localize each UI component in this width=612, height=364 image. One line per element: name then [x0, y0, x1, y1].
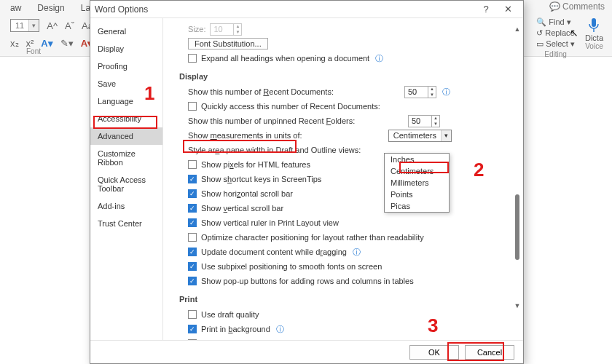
unit-option-inches[interactable]: Inches [385, 154, 449, 165]
measurement-units-combo[interactable]: Centimeters ▾ [388, 130, 452, 142]
word-options-dialog: Word Options ? ✕ General Display Proofin… [90, 0, 524, 364]
sidebar-item-language[interactable]: Language [90, 92, 162, 110]
sidebar-item-display[interactable]: Display [90, 40, 162, 58]
print-background-label: Print in background [201, 325, 270, 333]
increase-font-icon[interactable]: A^ [47, 20, 58, 31]
shortcut-keys-label: Show shortcut keys in ScreenTips [201, 175, 321, 183]
vscroll-checkbox[interactable] [188, 204, 197, 213]
cancel-button[interactable]: Cancel [465, 345, 514, 360]
close-button[interactable]: ✕ [497, 4, 519, 15]
dialog-title: Word Options [95, 4, 475, 15]
popup-buttons-checkbox[interactable] [188, 277, 197, 285]
chevron-down-icon: ▾ [441, 130, 451, 141]
dialog-footer: OK Cancel [90, 340, 523, 363]
svg-rect-0 [592, 18, 596, 27]
mouse-cursor-icon: ↖ [570, 27, 578, 39]
replace-button[interactable]: ↺ Replace [536, 28, 574, 38]
recent-folders-input[interactable]: 50 ▲▼ [408, 115, 440, 127]
expand-headings-label: Expand all headings when opening a docum… [201, 54, 369, 63]
help-button[interactable]: ? [475, 4, 497, 15]
expand-headings-checkbox[interactable] [188, 54, 197, 63]
print-reverse-checkbox[interactable] [188, 339, 197, 340]
sidebar-item-addins[interactable]: Add-ins [90, 197, 162, 215]
select-button[interactable]: ▭ Select ▾ [536, 39, 575, 49]
sidebar-item-save[interactable]: Save [90, 75, 162, 92]
highlight-icon[interactable]: ✎▾ [60, 38, 74, 49]
unit-option-points[interactable]: Points [385, 189, 449, 200]
tab-design[interactable]: Design [34, 3, 67, 13]
optimize-positioning-label: Optimize character positioning for layou… [201, 233, 424, 242]
decrease-font-icon[interactable]: Aˇ [65, 20, 74, 31]
unit-option-millimeters[interactable]: Millimeters [385, 177, 449, 189]
dialog-titlebar: Word Options ? ✕ [90, 1, 523, 18]
popup-buttons-label: Show pop-up buttons for adding rows and … [201, 277, 414, 285]
vruler-checkbox[interactable] [188, 218, 197, 227]
ok-button[interactable]: OK [409, 345, 459, 360]
microphone-icon [587, 17, 600, 33]
print-reverse-label: Print pages in reverse order [201, 339, 300, 340]
unit-option-picas[interactable]: Picas [385, 200, 449, 212]
subpixel-label: Use subpixel positioning to smooth fonts… [201, 262, 382, 271]
style-area-label: Style area pane width in Draft and Outli… [188, 146, 361, 154]
shortcut-keys-checkbox[interactable] [188, 175, 197, 183]
draft-quality-checkbox[interactable] [188, 310, 197, 319]
voice-caption: Voice [585, 42, 603, 50]
recent-folders-label: Show this number of unpinned Recent Fold… [188, 116, 355, 125]
sidebar-item-accessibility[interactable]: Accessibility [90, 110, 162, 127]
hscroll-checkbox[interactable] [188, 189, 197, 198]
update-dragging-checkbox[interactable] [188, 248, 197, 256]
size-input[interactable]: 10 ▲▼ [210, 23, 242, 36]
size-label: Size: [188, 25, 205, 33]
section-print: Print [179, 295, 513, 304]
scroll-down-arrow[interactable]: ▼ [513, 302, 522, 311]
unit-option-centimeters[interactable]: Centimeters [385, 165, 449, 177]
measurement-units-label: Show measurements in units of: [188, 131, 302, 140]
dictate-button[interactable]: Dicta Voice [585, 17, 603, 58]
info-icon[interactable]: ⓘ [375, 53, 383, 64]
comments-button[interactable]: 💬 Comments [545, 0, 609, 13]
quick-access-recent-label: Quickly access this number of Recent Doc… [201, 102, 380, 111]
section-display: Display [179, 72, 513, 81]
font-size-combo[interactable]: 11 ▾ [10, 19, 39, 32]
chevron-down-icon: ▾ [28, 20, 39, 31]
sidebar-item-customize-ribbon[interactable]: Customize Ribbon [90, 145, 162, 171]
scrollbar-thumb[interactable] [515, 194, 519, 260]
info-icon[interactable]: ⓘ [276, 324, 284, 335]
recent-docs-input[interactable]: 50 ▲▼ [404, 86, 436, 98]
options-content: Size: 10 ▲▼ Font Substitution... Expand … [163, 18, 523, 340]
font-substitution-button[interactable]: Font Substitution... [188, 38, 268, 50]
info-icon[interactable]: ⓘ [442, 87, 450, 98]
draft-quality-label: Use draft quality [201, 310, 259, 319]
text-effects-icon[interactable]: A▾ [41, 38, 52, 49]
font-size-value: 11 [11, 21, 28, 30]
scroll-up-arrow[interactable]: ▲ [513, 25, 522, 34]
info-icon[interactable]: ⓘ [353, 247, 361, 258]
content-scrollbar[interactable]: ▲ ▼ [513, 25, 522, 311]
hscroll-label: Show horizontal scroll bar [201, 189, 293, 198]
update-dragging-label: Update document content while dragging [201, 248, 347, 256]
recent-docs-label: Show this number of Recent Documents: [188, 87, 334, 96]
vscroll-label: Show vertical scroll bar [201, 204, 283, 213]
vruler-label: Show vertical ruler in Print Layout view [201, 218, 339, 227]
find-button[interactable]: 🔍 Find ▾ [536, 17, 571, 27]
pixels-html-label: Show pixels for HTML features [201, 160, 310, 169]
optimize-positioning-checkbox[interactable] [188, 233, 197, 242]
sidebar-item-advanced[interactable]: Advanced [90, 127, 162, 145]
sidebar-item-qat[interactable]: Quick Access Toolbar [90, 171, 162, 197]
pixels-html-checkbox[interactable] [188, 160, 197, 169]
options-sidebar: General Display Proofing Save Language A… [90, 18, 163, 340]
sidebar-item-general[interactable]: General [90, 23, 162, 40]
subscript-icon[interactable]: x₂ [10, 38, 19, 49]
print-background-checkbox[interactable] [188, 325, 197, 333]
tab-draw[interactable]: aw [7, 3, 24, 13]
editing-caption: Editing [544, 50, 567, 58]
measurement-units-dropdown[interactable]: Inches Centimeters Millimeters Points Pi… [384, 153, 450, 213]
sidebar-item-trust-center[interactable]: Trust Center [90, 215, 162, 232]
ribbon-group-font: Font [26, 47, 41, 55]
quick-access-recent-checkbox[interactable] [188, 102, 197, 111]
subpixel-checkbox[interactable] [188, 262, 197, 271]
sidebar-item-proofing[interactable]: Proofing [90, 58, 162, 75]
